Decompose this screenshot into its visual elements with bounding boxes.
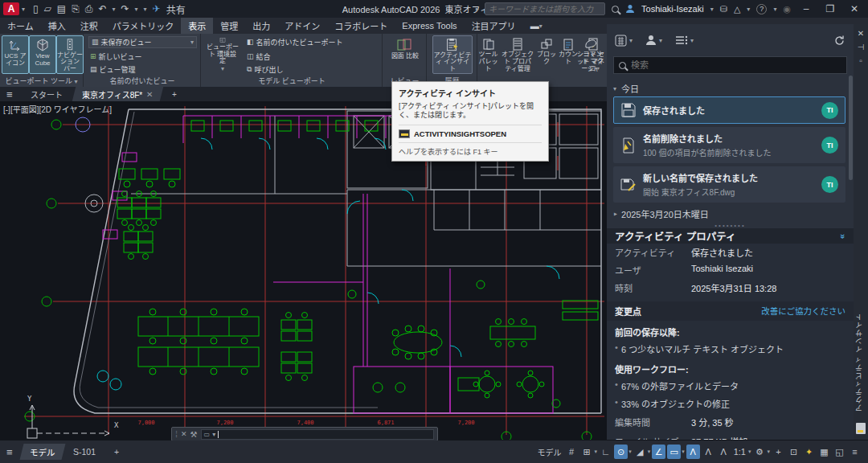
annotation-monitor-icon[interactable]: + <box>772 445 785 459</box>
palette-scrollbar[interactable] <box>849 76 853 180</box>
palette-splitter[interactable]: •••••••• <box>607 222 854 228</box>
fullscreen-icon[interactable]: ◱ <box>833 445 846 459</box>
redo-caret-icon[interactable]: ▾ <box>135 6 138 13</box>
refresh-button[interactable] <box>833 35 845 47</box>
polar-caret-icon[interactable]: ▾ <box>628 449 632 455</box>
sheet-set-manager-button[interactable]: シート セット マネージャ <box>575 35 607 74</box>
redo-icon[interactable]: ↷ <box>121 3 129 14</box>
ucs-icon-button[interactable]: UCS アイコン <box>2 35 29 74</box>
model-space-label[interactable]: モデル <box>536 445 563 459</box>
palette-close-icon[interactable]: ✕ <box>854 29 868 38</box>
isolate-objects-icon[interactable]: ⊡ <box>787 445 800 459</box>
feedback-link[interactable]: 改善にご協力ください <box>761 305 845 318</box>
palette-vertical-title[interactable]: アクティビティ インサイト <box>854 305 868 418</box>
save-icon[interactable]: ▤ <box>57 3 66 14</box>
signed-in-user[interactable]: Toshiaki-Isezaki <box>641 4 704 14</box>
restore-viewports-button[interactable]: ⧉呼び出し <box>247 64 283 76</box>
tab-addins[interactable]: アドイン <box>277 18 327 34</box>
scale-value[interactable]: 1:1 <box>732 445 747 459</box>
join-viewports-button[interactable]: ◫結合 <box>247 51 271 63</box>
ortho-toggle-icon[interactable]: ∟ <box>599 445 612 459</box>
palette-properties-icon[interactable]: ▫ <box>854 56 868 65</box>
autodesk-access-icon[interactable]: △ <box>734 4 740 14</box>
workspace-gear-icon[interactable]: ⚙ <box>752 445 766 459</box>
annotation-visibility-icon[interactable]: Λ <box>686 445 700 459</box>
hardware-acceleration-icon[interactable]: ✦ <box>802 445 816 459</box>
user-menu-caret-icon[interactable]: ▾ <box>710 6 714 13</box>
polar-tracking-toggle-icon[interactable]: ⊙ <box>614 445 628 459</box>
isometric-caret-icon[interactable]: ▾ <box>648 449 651 455</box>
ribbon-collapse-icon[interactable]: ▬▾ <box>523 18 550 34</box>
command-input[interactable]: ▭ ▾ <box>201 429 434 440</box>
plot-icon[interactable]: ⎙ <box>85 3 93 14</box>
command-line-close-icon[interactable]: ✕ <box>181 430 187 438</box>
list-item-saved-as[interactable]: 新しい名前で保存されました 開始 東京オフィス8F.dwg TI <box>613 166 845 203</box>
group-label-model-viewports[interactable]: モデル ビューポート <box>202 76 382 86</box>
tool-palettes-button[interactable]: ツール パレット <box>477 35 499 74</box>
tab-featured-apps[interactable]: 注目アプリ <box>465 18 523 34</box>
undo-icon[interactable]: ↶ <box>98 3 106 14</box>
group-label-named-views[interactable]: 名前の付いたビュー <box>84 76 200 86</box>
properties-palette-button[interactable]: オブジェクト プロパティ管理 <box>500 35 535 74</box>
navigation-bar-button[interactable]: ナビゲーション バー <box>56 35 84 74</box>
tab-parametric[interactable]: パラメトリック <box>105 18 182 34</box>
group-today[interactable]: ▾今日 <box>613 80 845 96</box>
tab-express-tools[interactable]: Express Tools <box>395 18 464 34</box>
autocad-logo-icon[interactable]: A <box>3 2 19 15</box>
user-filter-button[interactable]: ▾ <box>645 35 662 46</box>
new-drawing-tab-button[interactable]: + <box>162 87 186 101</box>
global-search-input[interactable] <box>485 2 605 15</box>
activity-properties-header[interactable]: アクティビティ プロパティ » <box>607 228 854 244</box>
object-snap-toggle-icon[interactable]: ▭ <box>667 445 681 459</box>
group-label-viewport-tools[interactable]: ビューポート ツール ▾ <box>0 76 83 86</box>
date-filter-button[interactable]: ▾ <box>615 35 633 47</box>
autodesk-caret-icon[interactable]: ▾ <box>747 6 750 13</box>
open-file-icon[interactable]: ▱ <box>44 3 51 14</box>
view-manager-button[interactable]: ▤ビュー管理 <box>90 64 136 76</box>
autoscale-icon[interactable]: Λ <box>702 445 715 459</box>
activity-insights-button[interactable]: アクティビティ インサイト <box>432 35 473 74</box>
tab-insert[interactable]: 挿入 <box>41 18 73 34</box>
layout-menu-icon[interactable]: ≡ <box>0 446 19 458</box>
annotation-scale-icon[interactable]: Λ <box>717 445 731 459</box>
help-icon[interactable]: ? <box>756 4 767 14</box>
share-icon[interactable]: ✈ <box>153 3 161 14</box>
share-label[interactable]: 共有 <box>166 2 186 16</box>
event-filter-button[interactable]: ▾ <box>675 35 694 45</box>
palette-search-box[interactable] <box>613 56 847 74</box>
tab-current-drawing[interactable]: 東京オフィス8F* ✕ <box>72 87 162 101</box>
new-file-icon[interactable]: ▯ <box>33 3 39 14</box>
qat-customize-caret-icon[interactable]: ▾ <box>144 6 147 13</box>
grid-toggle-icon[interactable]: # <box>565 445 579 459</box>
restore-button[interactable]: ❐ <box>821 3 839 14</box>
app-store-cart-icon[interactable]: ⛁ <box>720 4 727 14</box>
drawing-compare-button[interactable]: 図面 比較 <box>389 35 421 74</box>
blocks-palette-button[interactable]: ブロック <box>536 35 557 74</box>
osnap-tracking-toggle-icon[interactable]: ∠ <box>652 445 665 459</box>
command-line-handle[interactable]: ⁞ <box>175 429 178 439</box>
new-view-button[interactable]: ⊞新しいビュー <box>90 51 142 63</box>
file-tab-menu-icon[interactable]: ≡ <box>0 87 19 101</box>
layout-tab-model[interactable]: モデル <box>19 444 64 460</box>
app-menu-caret-icon[interactable]: ▾ <box>22 6 25 13</box>
notification-icon[interactable]: ◉ <box>783 4 791 14</box>
command-line[interactable]: ⁞ ✕ ⚒ ▭ ▾ <box>171 427 438 441</box>
collapse-chevrons-icon[interactable]: » <box>838 233 848 238</box>
help-caret-icon[interactable]: ▾ <box>773 6 776 13</box>
customization-menu-icon[interactable]: ≡ <box>848 445 862 459</box>
palette-autohide-icon[interactable]: ⊣ <box>854 43 868 51</box>
workspace-caret-icon[interactable]: ▾ <box>767 449 770 455</box>
list-item-saved[interactable]: 保存されました TI <box>613 96 845 124</box>
viewport-config-button[interactable]: ビューポート 環境設定▾ <box>205 35 240 74</box>
snap-toggle-icon[interactable]: ⊞ <box>580 445 594 459</box>
tab-manage[interactable]: 管理 <box>213 18 245 34</box>
tab-collaborate[interactable]: コラボレート <box>327 18 395 34</box>
osnap-caret-icon[interactable]: ▾ <box>682 449 685 455</box>
palette-search-input[interactable] <box>631 60 841 70</box>
list-item-purged[interactable]: 名前削除されました 100 個の項目が名前削除されました TI <box>613 127 845 163</box>
new-layout-button[interactable]: + <box>104 444 129 460</box>
tab-home[interactable]: ホーム <box>0 18 41 34</box>
tab-view[interactable]: 表示 <box>181 18 213 34</box>
close-drawing-icon[interactable]: ✕ <box>146 90 153 99</box>
view-dropdown[interactable]: ▥ 未保存のビュー ▾ <box>88 36 197 48</box>
